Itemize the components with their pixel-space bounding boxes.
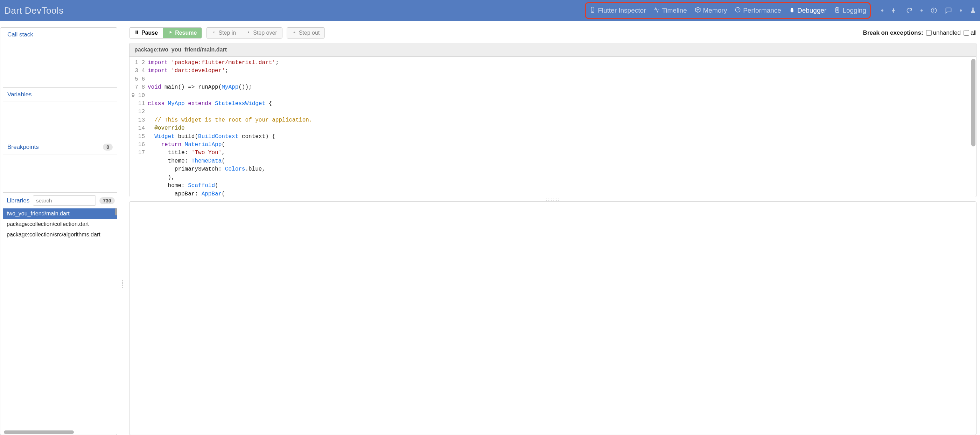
app-header: Dart DevTools Flutter InspectorTimelineM… [0, 0, 980, 21]
libraries-section: Libraries 730 two_you_friend/main.dartpa… [3, 192, 117, 435]
info-icon[interactable] [930, 7, 937, 14]
svg-rect-11 [136, 30, 137, 33]
tab-label: Debugger [797, 6, 826, 14]
breakpoints-section: Breakpoints 0 [3, 140, 117, 192]
unhandled-checkbox-label[interactable]: unhandled [926, 29, 961, 37]
column-resize-grip[interactable] [122, 175, 124, 288]
libraries-list[interactable]: two_you_friend/main.dartpackage:collecti… [3, 209, 117, 430]
variables-body [3, 102, 117, 140]
library-item[interactable]: two_you_friend/main.dart [3, 209, 117, 219]
code-content[interactable]: import 'package:flutter/material.dart'; … [148, 57, 976, 197]
tab-debugger[interactable]: Debugger [789, 6, 826, 15]
hot-reload-icon[interactable] [891, 7, 898, 14]
call-stack-section: Call stack [3, 28, 117, 87]
horizontal-scrollbar[interactable] [4, 430, 74, 434]
line-gutter: 1 2 3 4 5 6 7 8 9 10 11 12 13 14 15 16 1… [129, 57, 148, 197]
step-group: Step in Step over [206, 27, 282, 38]
pause-button[interactable]: Pause [129, 28, 163, 38]
variables-section: Variables [3, 87, 117, 140]
step-out-group: Step out [286, 27, 325, 38]
header-actions [881, 7, 977, 14]
hot-restart-icon[interactable] [906, 7, 913, 14]
main-area: Call stack Variables Breakpoints 0 Libra… [0, 21, 980, 435]
break-on-label: Break on exceptions: [863, 29, 923, 37]
source-frame: package:two_you_friend/main.dart 1 2 3 4… [129, 43, 977, 197]
play-icon [168, 30, 173, 36]
library-item[interactable]: package:collection/src/algorithms.dart [3, 229, 117, 240]
clipboard-icon [834, 6, 840, 15]
call-stack-body [3, 42, 117, 87]
libraries-count: 730 [99, 197, 115, 204]
libraries-header: Libraries 730 [3, 193, 117, 209]
chevron-up-icon [292, 30, 297, 36]
tab-label: Memory [703, 6, 727, 14]
tab-label: Performance [743, 6, 781, 14]
right-panel: Pause Resume Step in Step over [129, 27, 980, 435]
gauge-icon [735, 6, 741, 15]
nav-tabs-highlight: Flutter InspectorTimelineMemoryPerforman… [585, 2, 871, 19]
variables-title: Variables [7, 91, 32, 98]
flask-icon[interactable] [969, 7, 977, 14]
step-out-label: Step out [299, 30, 320, 36]
tab-timeline[interactable]: Timeline [654, 6, 687, 15]
libraries-title: Libraries [6, 197, 29, 204]
step-over-label: Step over [253, 30, 277, 36]
pause-icon [134, 30, 139, 36]
library-item[interactable]: package:collection/collection.dart [3, 219, 117, 229]
phone-icon [589, 6, 596, 15]
breakpoints-header[interactable]: Breakpoints 0 [3, 140, 117, 155]
step-over-button[interactable]: Step over [241, 28, 282, 38]
step-in-button[interactable]: Step in [207, 28, 241, 38]
code-area[interactable]: 1 2 3 4 5 6 7 8 9 10 11 12 13 14 15 16 1… [129, 57, 976, 197]
libraries-search-input[interactable] [33, 196, 96, 206]
breakpoints-body [3, 155, 117, 192]
variables-header[interactable]: Variables [3, 88, 117, 102]
tab-flutter-inspector[interactable]: Flutter Inspector [589, 6, 646, 15]
unhandled-checkbox[interactable] [926, 30, 932, 36]
step-out-button[interactable]: Step out [287, 28, 325, 38]
divider-dot [881, 10, 883, 11]
left-panel: Call stack Variables Breakpoints 0 Libra… [0, 27, 117, 435]
divider-dot [960, 10, 962, 11]
console-pane[interactable] [129, 201, 977, 435]
waveform-icon [654, 6, 660, 15]
tab-label: Flutter Inspector [598, 6, 646, 14]
scrollbar-thumb[interactable] [971, 59, 975, 147]
tab-label: Timeline [662, 6, 687, 14]
chevron-down-icon [212, 30, 216, 36]
scrollbar-thumb[interactable] [115, 209, 117, 215]
svg-point-10 [934, 9, 934, 10]
breakpoints-count: 0 [103, 143, 113, 151]
bug-icon [789, 6, 795, 15]
package-icon [695, 6, 701, 15]
call-stack-header[interactable]: Call stack [3, 28, 117, 42]
chevron-right-icon [246, 30, 251, 36]
breakpoints-title: Breakpoints [7, 143, 39, 151]
pause-resume-group: Pause Resume [129, 27, 202, 38]
unhandled-text: unhandled [933, 29, 961, 37]
call-stack-title: Call stack [7, 31, 33, 38]
horizontal-splitter[interactable]: :::::::: [129, 197, 977, 201]
pause-label: Pause [142, 30, 158, 36]
app-title: Dart DevTools [3, 5, 64, 16]
all-checkbox-label[interactable]: all [964, 29, 977, 37]
source-path: package:two_you_friend/main.dart [129, 43, 976, 57]
all-text: all [970, 29, 977, 37]
resume-label: Resume [175, 30, 197, 36]
step-in-label: Step in [218, 30, 236, 36]
tab-memory[interactable]: Memory [695, 6, 727, 15]
feedback-icon[interactable] [945, 7, 952, 14]
divider-dot [921, 10, 923, 11]
debug-toolbar: Pause Resume Step in Step over [129, 27, 977, 38]
all-checkbox[interactable] [964, 30, 969, 36]
resume-button[interactable]: Resume [163, 28, 202, 38]
tab-label: Logging [842, 6, 866, 14]
tab-performance[interactable]: Performance [735, 6, 781, 15]
tab-logging[interactable]: Logging [834, 6, 866, 15]
svg-rect-12 [137, 30, 138, 33]
break-on-exceptions: Break on exceptions: unhandled all [863, 29, 977, 37]
